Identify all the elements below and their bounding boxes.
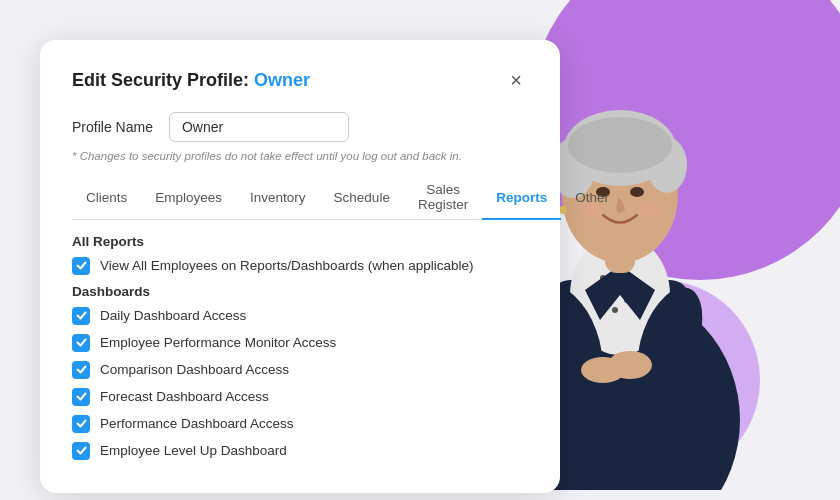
tab-sales-register[interactable]: Sales Register xyxy=(404,176,482,220)
dashboard-label-4: Performance Dashboard Access xyxy=(100,416,294,431)
tab-clients[interactable]: Clients xyxy=(72,176,141,220)
dashboard-item-0: Daily Dashboard Access xyxy=(72,307,528,325)
view-all-employees-label: View All Employees on Reports/Dashboards… xyxy=(100,258,473,273)
profile-name-input[interactable] xyxy=(169,112,349,142)
tabs-container: Clients Employees Inventory Schedule Sal… xyxy=(72,176,528,220)
checkmark-icon xyxy=(76,260,87,271)
edit-security-profile-modal: Edit Security Profile: Owner × Profile N… xyxy=(40,40,560,493)
profile-name-label: Profile Name xyxy=(72,119,153,135)
tab-reports[interactable]: Reports xyxy=(482,176,561,220)
dashboards-section-label: Dashboards xyxy=(72,284,528,299)
modal-title: Edit Security Profile: Owner xyxy=(72,70,310,91)
all-reports-section-label: All Reports xyxy=(72,234,528,249)
dashboard-checkbox-0[interactable] xyxy=(72,307,90,325)
tab-other[interactable]: Other xyxy=(561,176,623,220)
dashboard-checkbox-4[interactable] xyxy=(72,415,90,433)
checkmark-icon xyxy=(76,445,87,456)
dashboard-checkbox-2[interactable] xyxy=(72,361,90,379)
svg-point-26 xyxy=(638,203,662,217)
dashboard-label-0: Daily Dashboard Access xyxy=(100,308,246,323)
dashboard-item-4: Performance Dashboard Access xyxy=(72,415,528,433)
dashboard-item-1: Employee Performance Monitor Access xyxy=(72,334,528,352)
tab-employees[interactable]: Employees xyxy=(141,176,236,220)
modal-title-static: Edit Security Profile: xyxy=(72,70,249,90)
svg-point-23 xyxy=(630,187,644,197)
dashboard-checkbox-1[interactable] xyxy=(72,334,90,352)
modal-header: Edit Security Profile: Owner × xyxy=(72,68,528,92)
close-button[interactable]: × xyxy=(504,68,528,92)
svg-point-21 xyxy=(568,117,672,173)
dashboard-label-5: Employee Level Up Dashboard xyxy=(100,443,287,458)
checkmark-icon xyxy=(76,391,87,402)
tab-inventory[interactable]: Inventory xyxy=(236,176,320,220)
checkmark-icon xyxy=(76,364,87,375)
view-all-employees-row: View All Employees on Reports/Dashboards… xyxy=(72,257,528,275)
dashboard-item-2: Comparison Dashboard Access xyxy=(72,361,528,379)
dashboard-item-3: Forecast Dashboard Access xyxy=(72,388,528,406)
dashboard-label-1: Employee Performance Monitor Access xyxy=(100,335,336,350)
checkmark-icon xyxy=(76,310,87,321)
dashboard-label-3: Forecast Dashboard Access xyxy=(100,389,269,404)
checkmark-icon xyxy=(76,418,87,429)
checkmark-icon xyxy=(76,337,87,348)
svg-point-8 xyxy=(612,307,618,313)
dashboard-label-2: Comparison Dashboard Access xyxy=(100,362,289,377)
dashboard-checkbox-5[interactable] xyxy=(72,442,90,460)
svg-point-15 xyxy=(581,357,625,383)
profile-name-row: Profile Name xyxy=(72,112,528,142)
notice-text: * Changes to security profiles do not ta… xyxy=(72,150,528,162)
modal-title-highlight: Owner xyxy=(254,70,310,90)
dashboard-item-5: Employee Level Up Dashboard xyxy=(72,442,528,460)
tab-schedule[interactable]: Schedule xyxy=(320,176,404,220)
view-all-employees-checkbox[interactable] xyxy=(72,257,90,275)
dashboard-checkbox-3[interactable] xyxy=(72,388,90,406)
